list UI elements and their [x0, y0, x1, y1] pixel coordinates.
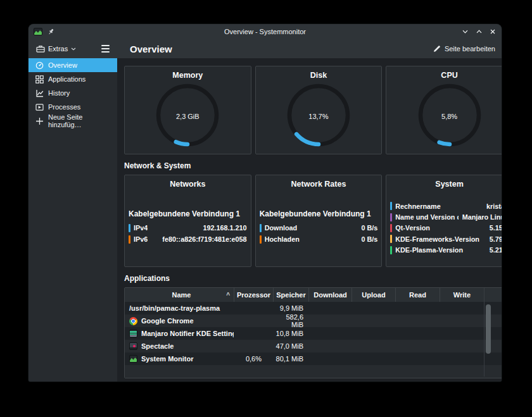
page-title: Overview	[130, 44, 172, 54]
scrollbar-track-divider	[484, 288, 484, 377]
sidebar-item-history[interactable]: History	[28, 86, 117, 100]
manjaro-notifier-icon	[129, 330, 137, 337]
table-row-system-monitor[interactable]: System Monitor 0,6% 80,1 MiB	[125, 352, 502, 365]
cpu-gauge-panel: CPU 5,8%	[386, 66, 502, 154]
system-panel: System Rechnername kristall Name und Ver…	[386, 175, 502, 267]
gauges-row: Memory 2,3 GiB Disk 13,7% CP	[124, 66, 502, 154]
table-row-pamac[interactable]: /usr/bin/pamac-tray-plasma 9,9 MiB	[125, 302, 502, 314]
sensor-color-bar	[260, 235, 262, 244]
table-header: Name ^ Prozessor Speicher Download Uploa…	[125, 288, 502, 302]
pencil-icon	[433, 45, 441, 53]
panel-title: Networks	[125, 180, 251, 190]
column-header-read[interactable]: Read	[395, 288, 440, 302]
maximize-icon[interactable]	[476, 30, 482, 34]
sensor-color-bar	[390, 235, 392, 243]
network-system-row: Networks Kabelgebundene Verbindung 1 IPv…	[124, 175, 502, 267]
sensor-row-ipv4: IPv4 192.168.1.210	[125, 222, 251, 233]
gauge-title: Memory	[125, 71, 251, 81]
chevron-down-icon	[71, 47, 76, 51]
section-network-system: Network & System	[124, 161, 502, 171]
sidebar-item-label: Overview	[48, 61, 77, 69]
column-header-name[interactable]: Name ^	[125, 288, 234, 302]
gauge-title: CPU	[386, 71, 502, 81]
chrome-icon	[129, 317, 137, 325]
gauge-icon	[35, 61, 44, 70]
system-monitor-window: Overview - Systemmonitor Extras	[28, 24, 502, 382]
column-header-write[interactable]: Write	[440, 288, 484, 302]
panel-title: System	[386, 180, 502, 190]
system-monitor-icon	[129, 355, 137, 363]
disk-gauge-panel: Disk 13,7%	[255, 66, 383, 154]
sensor-row-os: Name und Version de… Manjaro Linux	[386, 211, 502, 222]
edit-page-button[interactable]: Seite bearbeiten	[433, 45, 495, 53]
extras-button[interactable]: Extras	[36, 45, 76, 53]
sidebar-item-add-page[interactable]: Neue Seite hinzufüg…	[28, 114, 117, 128]
column-header-download[interactable]: Download	[308, 288, 352, 302]
sensor-row-ipv6: IPv6 fe80::a826:f719:481e:e058	[125, 233, 251, 245]
line-chart-icon	[35, 89, 44, 97]
sidebar: Overview Applications History	[28, 58, 117, 382]
sensor-color-bar	[390, 213, 392, 221]
table-row-manjaro-notifier[interactable]: Manjaro Notifier KDE Settings 10,8 MiB	[125, 327, 502, 340]
applications-table: Name ^ Prozessor Speicher Download Uploa…	[124, 287, 502, 378]
sensor-color-bar	[390, 202, 392, 210]
process-icon	[35, 103, 44, 111]
sidebar-item-processes[interactable]: Processes	[28, 100, 117, 114]
table-row-chrome[interactable]: Google Chrome 582,6 MiB	[125, 314, 502, 327]
hamburger-menu-icon[interactable]	[101, 45, 110, 53]
sidebar-item-label: Neue Seite hinzufüg…	[48, 113, 117, 128]
network-rates-panel: Network Rates Kabelgebundene Verbindung …	[255, 175, 383, 267]
pin-icon[interactable]	[48, 28, 54, 35]
gauge-title: Disk	[256, 71, 382, 81]
table-row-empty	[125, 365, 502, 378]
sidebar-item-overview[interactable]: Overview	[28, 58, 117, 72]
column-header-prozessor[interactable]: Prozessor	[234, 288, 273, 302]
overview-page-content: Memory 2,3 GiB Disk 13,7% CP	[117, 58, 502, 382]
sensor-row-download: Download 0 B/s	[256, 222, 382, 233]
sensor-row-qt: Qt-Version 5.15.2	[386, 223, 502, 233]
plus-icon	[35, 117, 44, 125]
toolbox-icon	[36, 45, 45, 53]
sensor-row-hostname: Rechnername kristall	[386, 201, 502, 211]
connection-name: Kabelgebundene Verbindung 1	[260, 209, 378, 218]
minimize-icon[interactable]	[462, 30, 468, 34]
gauge-value: 2,3 GiB	[125, 113, 251, 120]
spectacle-icon	[129, 342, 137, 350]
column-header-speicher[interactable]: Speicher	[273, 288, 308, 302]
grid-icon	[35, 75, 44, 84]
gauge-value: 5,8%	[386, 113, 502, 120]
memory-gauge-panel: Memory 2,3 GiB	[124, 66, 251, 154]
column-header-upload[interactable]: Upload	[352, 288, 395, 302]
sensor-row-frameworks: KDE-Frameworks-Version 5.79.0	[386, 233, 502, 244]
connection-name: Kabelgebundene Verbindung 1	[129, 209, 247, 218]
close-icon[interactable]	[490, 29, 495, 34]
sidebar-item-label: Processes	[48, 103, 80, 111]
window-title: Overview - Systemmonitor	[28, 28, 502, 35]
app-icon	[34, 28, 42, 35]
sort-asc-icon: ^	[226, 292, 230, 299]
sensor-color-bar	[390, 224, 392, 232]
extras-label: Extras	[48, 45, 68, 53]
column-header-gutter	[484, 288, 502, 302]
networks-panel: Networks Kabelgebundene Verbindung 1 IPv…	[124, 175, 251, 267]
section-applications: Applications	[124, 274, 502, 283]
edit-page-label: Seite bearbeiten	[445, 45, 495, 53]
titlebar[interactable]: Overview - Systemmonitor	[28, 24, 502, 39]
sensor-color-bar	[260, 224, 262, 232]
panel-title: Network Rates	[256, 180, 382, 190]
toolbar: Extras Overview Seite bearbeiten	[28, 39, 502, 58]
sensor-color-bar	[129, 235, 130, 244]
sidebar-item-label: History	[48, 89, 70, 97]
sidebar-item-applications[interactable]: Applications	[28, 72, 117, 86]
sensor-color-bar	[129, 224, 130, 232]
sensor-row-upload: Hochladen 0 B/s	[256, 233, 382, 245]
vertical-scrollbar[interactable]	[486, 304, 491, 354]
sensor-color-bar	[390, 246, 392, 254]
gauge-value: 13,7%	[256, 113, 382, 120]
sidebar-item-label: Applications	[48, 75, 86, 83]
table-row-spectacle[interactable]: Spectacle 47,0 MiB	[125, 340, 502, 352]
sensor-row-plasma: KDE-Plasma-Version 5.21.1	[386, 245, 502, 256]
